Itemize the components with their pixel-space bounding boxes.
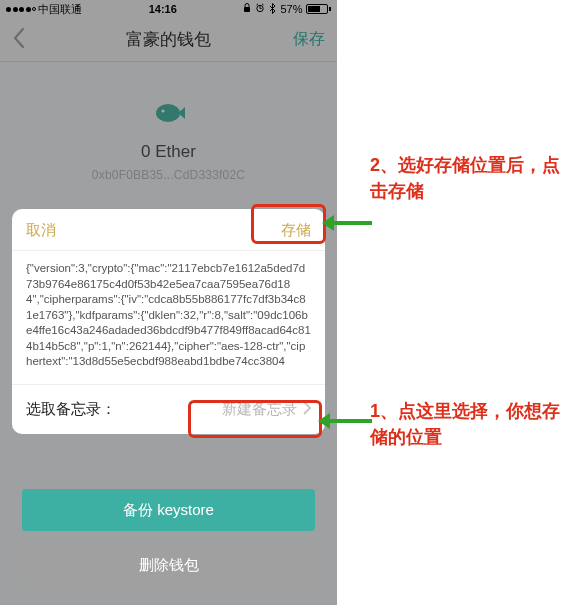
memo-selector[interactable]: 选取备忘录： 新建备忘录	[12, 384, 325, 434]
memo-label: 选取备忘录：	[26, 400, 116, 419]
cancel-button[interactable]: 取消	[26, 221, 56, 240]
keystore-json-text: {"version":3,"crypto":{"mac":"2117ebcb7e…	[12, 250, 325, 384]
backup-keystore-button[interactable]: 备份 keystore	[22, 489, 315, 531]
annotation-2: 2、选好存储位置后，点击存储	[370, 152, 569, 204]
delete-wallet-button[interactable]: 删除钱包	[22, 544, 315, 586]
export-sheet: 取消 存储 {"version":3,"crypto":{"mac":"2117…	[12, 209, 325, 434]
store-button[interactable]: 存储	[281, 221, 311, 240]
memo-value: 新建备忘录	[222, 399, 311, 420]
annotation-1: 1、点这里选择，你想存储的位置	[370, 398, 569, 450]
sheet-header: 取消 存储	[12, 209, 325, 250]
phone-frame: 中国联通 14:16 57% 富豪的钱包 保存	[0, 0, 337, 605]
chevron-right-icon	[303, 399, 311, 420]
